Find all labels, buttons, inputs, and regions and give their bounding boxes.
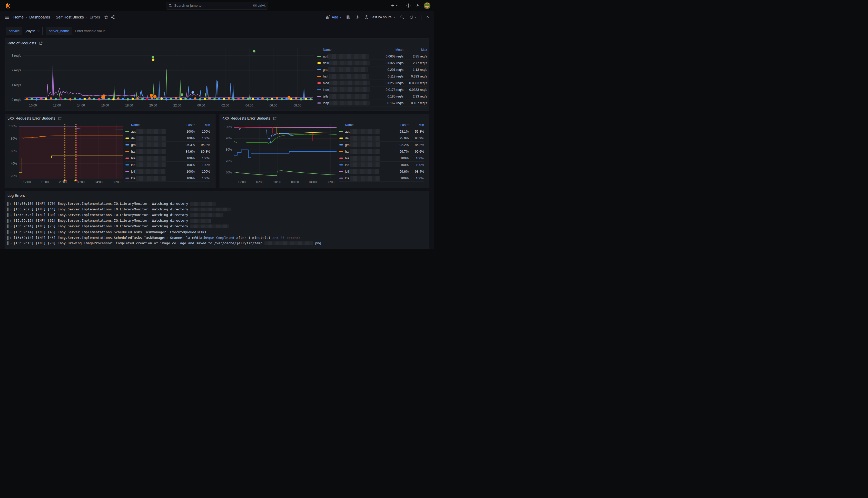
- legend-row[interactable]: lda100%100%: [125, 175, 210, 182]
- expand-chevron-icon[interactable]: ›: [10, 213, 14, 217]
- legend-row[interactable]: gra92.2%86.2%: [339, 142, 424, 148]
- log-line[interactable]: ›[14:00:10] [INF] [70] Emby.Server.Imple…: [8, 201, 427, 207]
- expand-chevron-icon[interactable]: ›: [10, 208, 14, 211]
- redacted-text: [265, 241, 313, 245]
- log-line[interactable]: ›[13:59:25] [INF] [80] Emby.Server.Imple…: [8, 212, 427, 218]
- log-line[interactable]: ›[13:59:14] [INF] [45] Emby.Server.Imple…: [8, 235, 427, 240]
- legend-value-2: 0.167 req/s: [403, 101, 427, 105]
- legend-row[interactable]: ha.t0.118 req/s0.333 req/s: [317, 73, 427, 80]
- rss-signal-icon: [415, 3, 419, 8]
- panel-title-logs[interactable]: Log Errors: [8, 194, 25, 198]
- share-icon: [111, 15, 115, 19]
- news-button[interactable]: [415, 3, 420, 8]
- legend-row[interactable]: jell99.6%98.4%: [339, 168, 424, 175]
- legend-value-2: 100%: [409, 163, 424, 167]
- legend-row[interactable]: hle100%100%: [125, 155, 210, 162]
- legend-row[interactable]: ind100%100%: [339, 162, 424, 168]
- svg-text:00:00: 00:00: [77, 180, 85, 184]
- legend-value-2: 95.2%: [195, 143, 210, 147]
- collapse-toolbar-button[interactable]: [426, 15, 430, 19]
- series-name: hle: [345, 157, 349, 160]
- redacted-name: [136, 156, 166, 161]
- dashboard-settings-button[interactable]: [355, 14, 360, 20]
- e5-chart[interactable]: 20%40%60%80%100%12:0016:0020:0000:0004:0…: [7, 122, 125, 186]
- breadcrumb-dashboards[interactable]: Dashboards: [29, 15, 50, 19]
- new-button[interactable]: [390, 3, 398, 8]
- legend-row[interactable]: jelly0.185 req/s2.33 req/s: [317, 93, 427, 100]
- legend-row[interactable]: ind100%100%: [125, 162, 210, 168]
- series-color-dot: [339, 137, 343, 139]
- external-link-icon[interactable]: [39, 42, 43, 45]
- legend-row[interactable]: hle100%100%: [339, 155, 424, 162]
- log-line[interactable]: ›[13:59:14] [INF] [45] Emby.Server.Imple…: [8, 229, 427, 235]
- rate-chart[interactable]: 0 req/s1 req/s2 req/s3 req/s10:0012:0014…: [7, 47, 317, 108]
- series-name: aut: [345, 130, 349, 133]
- legend-row[interactable]: autl0.0608 req/s2.85 req/s: [317, 53, 427, 60]
- refresh-button[interactable]: [409, 15, 417, 20]
- zoom-out-button[interactable]: [400, 15, 405, 20]
- e4-chart[interactable]: 60%70%80%90%100%12:0016:0020:0000:0004:0…: [222, 122, 339, 186]
- variable-service-select[interactable]: jellyfin: [23, 27, 43, 35]
- search-input[interactable]: Search or jump to... ctrl+k: [166, 2, 268, 10]
- help-button[interactable]: [406, 3, 411, 8]
- series-color-dot: [317, 69, 321, 70]
- refresh-icon: [409, 15, 413, 19]
- panel-title-5xx[interactable]: 5XX Requests Error Budgets: [8, 116, 55, 120]
- log-level-bar: [8, 230, 9, 234]
- legend-row[interactable]: lda100%100%: [339, 175, 424, 182]
- legend-value-1: 100%: [390, 176, 409, 180]
- external-link-icon[interactable]: [273, 117, 277, 120]
- svg-text:16:00: 16:00: [256, 180, 264, 184]
- variable-servername-input[interactable]: [72, 27, 135, 35]
- variables-row: service jellyfin server_name: [0, 23, 434, 39]
- svg-text:100%: 100%: [224, 125, 232, 129]
- series-name: inde: [323, 88, 329, 92]
- panel-log-errors: Log Errors ›[14:00:10] [INF] [70] Emby.S…: [5, 191, 429, 249]
- expand-chevron-icon[interactable]: ›: [10, 241, 14, 245]
- log-line[interactable]: ›[13:59:13] [INF] [70] Emby.Drawing.Imag…: [8, 240, 427, 246]
- svg-text:60%: 60%: [226, 171, 232, 174]
- expand-chevron-icon[interactable]: ›: [10, 224, 14, 228]
- favorite-button[interactable]: [104, 15, 109, 20]
- breadcrumb-folder[interactable]: Self Host Blocks: [56, 15, 84, 19]
- legend-row[interactable]: gra95.3%95.2%: [125, 142, 210, 148]
- panel-title-4xx[interactable]: 4XX Requests Error Budgets: [223, 116, 270, 120]
- log-line[interactable]: ›[13:59:25] [INF] [44] Emby.Server.Imple…: [8, 207, 427, 212]
- save-dashboard-button[interactable]: [346, 15, 351, 20]
- external-link-icon[interactable]: [58, 117, 62, 120]
- redacted-name: [350, 149, 380, 154]
- grafana-logo-icon[interactable]: [5, 2, 11, 9]
- legend-row[interactable]: del100%100%: [125, 135, 210, 142]
- expand-chevron-icon[interactable]: ›: [10, 230, 14, 234]
- time-range-picker[interactable]: Last 24 hours: [364, 15, 396, 19]
- legend-row[interactable]: del95.9%93.9%: [339, 135, 424, 142]
- svg-text:100%: 100%: [9, 124, 17, 128]
- expand-chevron-icon[interactable]: ›: [10, 202, 14, 206]
- breadcrumb-home[interactable]: Home: [13, 15, 24, 19]
- add-panel-button[interactable]: Add: [326, 15, 342, 19]
- legend-row[interactable]: ldap0.167 req/s0.167 req/s: [317, 100, 427, 106]
- legend-row[interactable]: inde0.0173 req/s0.0333 req/s: [317, 87, 427, 93]
- legend-row[interactable]: aut100%100%: [125, 128, 210, 135]
- redacted-name: [350, 129, 380, 134]
- mega-menu-button[interactable]: [4, 14, 10, 20]
- svg-text:0 req/s: 0 req/s: [12, 98, 21, 102]
- legend-row[interactable]: hled0.0250 req/s0.0333 req/s: [317, 80, 427, 87]
- log-line[interactable]: ›[13:59:16] [INF] [61] Emby.Server.Imple…: [8, 218, 427, 223]
- legend-row[interactable]: gra0.201 req/s1.13 req/s: [317, 66, 427, 73]
- legend-row[interactable]: jell100%100%: [125, 168, 210, 175]
- svg-text:02:00: 02:00: [222, 104, 229, 107]
- legend-row[interactable]: ha.99.7%99.6%: [339, 148, 424, 155]
- svg-text:14:00: 14:00: [77, 104, 85, 107]
- log-line[interactable]: ›[13:59:14] [INF] [75] Emby.Server.Imple…: [8, 223, 427, 229]
- legend-row[interactable]: delu0.0327 req/s2.77 req/s: [317, 60, 427, 66]
- panel-title-rate[interactable]: Rate of Requests: [8, 41, 36, 45]
- expand-chevron-icon[interactable]: ›: [10, 219, 14, 223]
- svg-text:08:00: 08:00: [293, 104, 301, 107]
- legend-row[interactable]: aut58.1%56.8%: [339, 128, 424, 135]
- expand-chevron-icon[interactable]: ›: [10, 236, 14, 240]
- legend-row[interactable]: ha.84.6%80.8%: [125, 148, 210, 155]
- avatar[interactable]: [424, 2, 430, 9]
- legend-value-1: 100%: [176, 176, 195, 180]
- share-button[interactable]: [110, 15, 116, 20]
